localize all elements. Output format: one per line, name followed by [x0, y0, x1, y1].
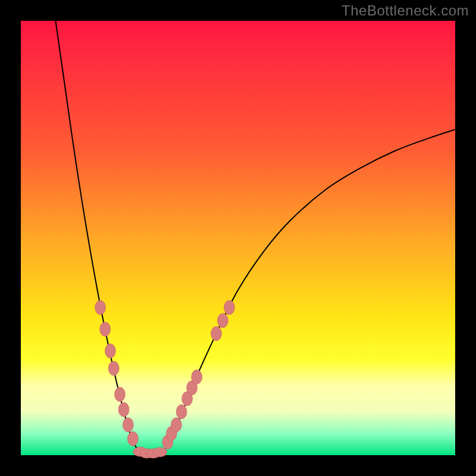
data-marker	[123, 418, 133, 432]
data-marker	[171, 418, 181, 432]
watermark-text: TheBottleneck.com	[342, 2, 469, 19]
data-marker	[176, 405, 187, 419]
bottleneck-curve	[55, 21, 455, 455]
data-marker	[114, 387, 125, 402]
curve-group	[55, 21, 455, 455]
chart-frame: TheBottleneck.com	[0, 0, 476, 476]
data-marker	[192, 370, 202, 384]
data-marker	[108, 361, 119, 375]
plot-area	[21, 21, 455, 455]
data-marker	[224, 300, 234, 315]
data-marker	[100, 322, 111, 336]
data-marker	[217, 314, 228, 328]
data-marker	[211, 327, 222, 341]
data-marker	[105, 344, 115, 358]
data-marker	[127, 431, 138, 446]
chart-svg	[21, 21, 455, 455]
data-marker	[95, 300, 106, 315]
data-marker	[118, 402, 129, 416]
data-marker	[153, 447, 167, 457]
